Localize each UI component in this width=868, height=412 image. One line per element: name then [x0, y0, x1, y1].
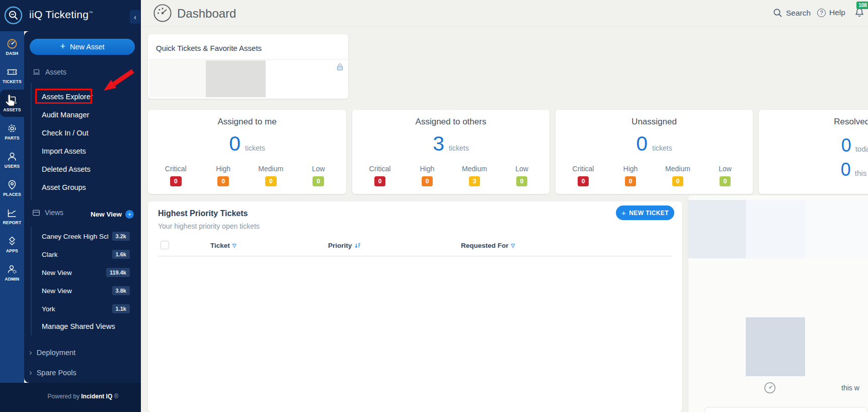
placeholder-block [206, 60, 266, 97]
priority-badge-medium: 0 [672, 176, 684, 186]
laptop-icon [32, 68, 41, 76]
sidebar-panel: + New Asset Assets Assets Explorer Audit… [24, 31, 141, 383]
partial-widget-text: this w [841, 384, 859, 392]
section-toggle-deployment[interactable]: › Deployment [29, 348, 75, 358]
sort-descending-icon [354, 242, 361, 249]
highest-priority-tickets-card: Highest Priority Tickets Your highest pr… [148, 201, 682, 412]
view-row-new-view-2[interactable]: New View 3.8k [42, 286, 130, 295]
priority-card-title: Highest Priority Tickets [158, 209, 248, 218]
views-section-header: Views [32, 209, 63, 217]
view-count-badge: 1.1k [112, 304, 130, 313]
ticket-icon [7, 66, 18, 78]
header-divider [141, 26, 868, 27]
annotation-highlight-box [35, 89, 92, 104]
priority-label: Medium [258, 165, 283, 173]
sidebar-item-check-in-out[interactable]: Check In / Out [42, 129, 89, 137]
view-row-new-view-1[interactable]: New View 119.4k [42, 268, 130, 277]
view-count-badge: 1.6k [112, 250, 130, 259]
rail-item-assets[interactable]: ASSETS [0, 90, 24, 117]
indent-line [31, 227, 32, 335]
dashboard-gauge-icon [153, 4, 172, 23]
new-ticket-button[interactable]: + NEW TICKET [616, 205, 674, 220]
column-header-requested-for[interactable]: Requested For ▽ [461, 242, 515, 249]
column-header-priority[interactable]: Priority [328, 242, 361, 249]
priority-badge-low: 0 [312, 176, 324, 186]
plus-icon: + [621, 209, 626, 217]
chevron-right-icon: › [29, 348, 32, 358]
sidebar-collapse-button[interactable]: ‹ [130, 10, 140, 24]
priority-badge-critical: 0 [374, 176, 386, 186]
priority-label: Low [719, 165, 732, 173]
plus-circle-icon: + [125, 210, 134, 219]
view-row-clark[interactable]: Clark 1.6k [42, 250, 130, 259]
rail-item-dash[interactable]: DASH [0, 33, 24, 60]
placeholder-block [688, 200, 746, 258]
brand-name: iiQ Ticketing™ [29, 9, 93, 21]
view-count-badge: 3.8k [112, 286, 130, 295]
select-all-checkbox[interactable] [161, 241, 169, 249]
rail-item-report[interactable]: REPORT [0, 202, 24, 230]
trademark: ™ [89, 11, 93, 15]
rail-item-parts[interactable]: PARTS [0, 118, 24, 145]
search-button[interactable]: Search [773, 8, 811, 18]
priority-label: High [420, 165, 435, 173]
priority-label: Critical [165, 165, 187, 173]
filter-icon: ▽ [232, 243, 236, 248]
rail-item-tickets[interactable]: TICKETS [0, 61, 24, 89]
stat-card-assigned-to-me: Assigned to me 0 tickets Critical0 High0… [148, 110, 346, 194]
rail-label: ADMIN [5, 277, 20, 282]
ticket-count: 0 [229, 132, 241, 156]
placeholder-block [149, 60, 206, 97]
rail-item-places[interactable]: PLACES [0, 174, 24, 201]
rail-label: PARTS [5, 135, 19, 141]
view-count-badge: 3.2k [112, 232, 130, 241]
new-view-button[interactable]: New View + [91, 210, 134, 219]
sidebar-item-deleted-assets[interactable]: Deleted Assets [42, 165, 91, 173]
rail-label: REPORT [3, 220, 22, 225]
admin-user-gear-icon [7, 264, 18, 275]
resolved-count-today: 0 [841, 135, 851, 156]
resolved-count-week: 0 [841, 159, 851, 180]
diamond-icon [7, 236, 18, 247]
resolved-unit: this w [855, 169, 868, 177]
rail-item-apps[interactable]: APPS [0, 231, 24, 258]
gauge-icon [7, 38, 18, 49]
question-icon: ? [817, 9, 826, 17]
rail-label: PLACES [3, 192, 21, 197]
rail-item-users[interactable]: USERS [0, 146, 24, 173]
rail-item-admin[interactable]: ADMIN [0, 259, 24, 286]
rail-label: APPS [6, 248, 18, 253]
stat-card-resolved-by: Resolved by 0 today 0 this w [759, 110, 868, 194]
view-row-york[interactable]: York 1.1k [42, 304, 130, 313]
powered-by: Powered by Incident IQ ® [0, 393, 141, 400]
priority-badge-high: 0 [422, 176, 433, 186]
filter-icon: ▽ [511, 243, 515, 248]
right-loading-panel: this w [688, 195, 868, 412]
priority-label: Medium [665, 165, 690, 173]
assets-section-header: Assets [32, 68, 66, 76]
view-row-caney-creek[interactable]: Caney Creek High Scho... 3.2k [42, 232, 130, 241]
chevron-right-icon: › [29, 368, 32, 378]
ticket-unit: tickets [245, 144, 265, 152]
app-logo [4, 6, 23, 25]
priority-badge-critical: 0 [578, 176, 589, 186]
priority-badge-high: 0 [217, 176, 229, 186]
priority-badge-low: 0 [516, 176, 528, 186]
section-toggle-spare-pools[interactable]: › Spare Pools [29, 368, 76, 378]
column-header-ticket[interactable]: Ticket ▽ [210, 242, 236, 249]
sidebar-item-audit-manager[interactable]: Audit Manager [42, 111, 89, 119]
priority-badge-medium: 3 [469, 176, 481, 186]
priority-badge-medium: 0 [265, 176, 277, 186]
ticket-count: 0 [636, 132, 648, 156]
help-button[interactable]: ? Help [817, 8, 845, 17]
priority-label: Low [515, 165, 528, 173]
new-asset-button[interactable]: + New Asset [30, 39, 135, 55]
quick-card-title: Quick Tickets & Favorite Assets [156, 44, 262, 52]
chart-icon [7, 208, 18, 219]
sidebar-item-import-assets[interactable]: Import Assets [42, 147, 86, 155]
map-pin-icon [7, 179, 18, 190]
stat-card-title: Assigned to others [352, 117, 549, 127]
lock-icon[interactable] [336, 62, 344, 71]
manage-shared-views-link[interactable]: Manage Shared Views [42, 322, 115, 330]
sidebar-item-asset-groups[interactable]: Asset Groups [42, 183, 86, 191]
